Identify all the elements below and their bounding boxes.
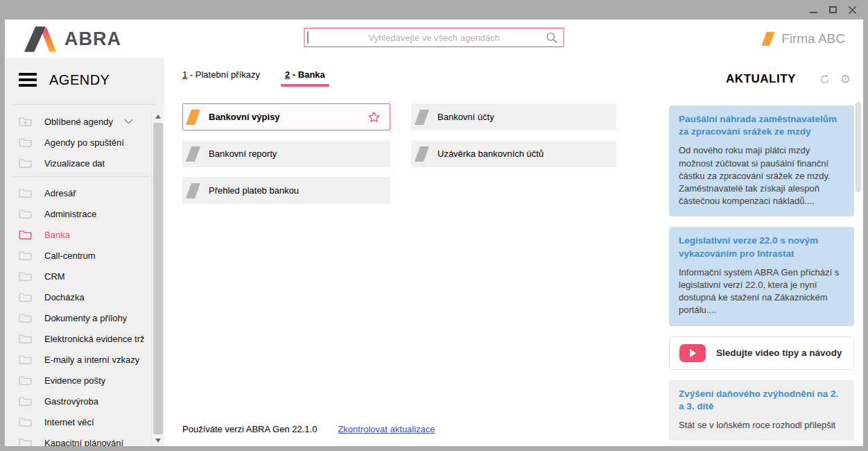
tab-active-underline xyxy=(281,84,329,87)
sidebar-item[interactable]: Docházka xyxy=(5,287,164,307)
youtube-icon xyxy=(679,344,706,362)
sidebar-item-label: Vizualizace dat xyxy=(44,158,105,169)
news-card[interactable]: Paušální náhrada zaměstnavatelům za zpra… xyxy=(669,105,854,216)
sidebar-item[interactable]: Internet věcí xyxy=(5,411,164,432)
sidebar-item-label: Kapacitní plánování xyxy=(44,438,123,447)
app-header: ABRA Firma ABC xyxy=(5,19,863,58)
chevron-down-icon[interactable] xyxy=(124,119,133,124)
tile-label: Bankovní výpisy xyxy=(209,112,280,122)
agenda-tile[interactable]: Přehled plateb bankou xyxy=(182,177,390,204)
minimize-button[interactable] xyxy=(807,3,819,16)
agenda-icon xyxy=(186,146,200,162)
refresh-icon xyxy=(819,74,831,85)
sidebar-item[interactable]: Agendy po spuštění xyxy=(5,132,164,153)
sidebar-item[interactable]: Banka xyxy=(5,224,164,245)
company-icon xyxy=(762,32,775,46)
agenda-tile[interactable]: Bankovní výpisy xyxy=(182,103,390,130)
scroll-up-button[interactable] xyxy=(152,111,164,122)
global-search[interactable] xyxy=(304,28,564,47)
video-tips-card[interactable]: Sledujte video tipy a návody xyxy=(679,344,842,362)
sidebar-agenda-list: Adresář Administrace xyxy=(5,177,164,446)
news-card-body: Stát se v loňském roce rozhodl přilepšit xyxy=(679,419,844,432)
window-frame: ABRA Firma ABC AGENDY xyxy=(0,0,868,451)
scroll-down-button[interactable] xyxy=(152,435,164,446)
folder-icon xyxy=(19,187,32,198)
folder-icon xyxy=(19,312,32,323)
sidebar-item[interactable]: Dokumenty a přílohy xyxy=(5,307,164,328)
titlebar[interactable] xyxy=(0,0,868,19)
arrow-up-icon xyxy=(155,114,161,119)
tile-label: Bankovní reporty xyxy=(209,148,277,159)
favorite-star-icon[interactable] xyxy=(367,110,381,124)
folder-icon xyxy=(19,208,32,219)
news-card[interactable]: Sledujte video tipy a návody xyxy=(669,337,854,370)
settings-button[interactable]: ⚙ xyxy=(840,74,851,85)
sidebar-item-label: Docházka xyxy=(44,292,85,303)
news-card-title: Zvýšení daňového zvýhodnění na 2. a 3. d… xyxy=(679,388,844,413)
sidebar-item[interactable]: Elektronická evidence trž xyxy=(5,328,164,349)
folder-icon xyxy=(19,229,32,240)
sidebar-favorites-list: Oblíbené agendy xyxy=(5,105,164,173)
agenda-icon xyxy=(415,110,429,125)
sidebar-title: AGENDY xyxy=(49,72,110,88)
agenda-tile[interactable]: Bankovní reporty xyxy=(182,140,390,167)
abra-logo-mark xyxy=(23,26,58,52)
sidebar-item-label: Banka xyxy=(44,230,70,240)
news-actions: ⚙ xyxy=(819,74,851,85)
sidebar-item-label: Gastrovýroba xyxy=(44,396,98,407)
agenda-tab[interactable]: 1 - Platební příkazy xyxy=(182,69,260,85)
video-card-label: Sledujte video tipy a návody xyxy=(716,348,842,358)
folder-icon xyxy=(19,395,32,407)
news-card[interactable]: Legislativní verze 22.0 s novým vykazová… xyxy=(669,227,854,325)
search-input[interactable] xyxy=(305,28,564,46)
sidebar-item[interactable]: Kapacitní plánování xyxy=(5,432,164,446)
news-scrollbar-thumb[interactable] xyxy=(856,102,861,192)
news-card-title: Paušální náhrada zaměstnavatelům za zpra… xyxy=(679,113,844,138)
news-title: AKTUALITY xyxy=(726,72,796,90)
sidebar-item-label: Elektronická evidence trž xyxy=(44,334,145,344)
menu-icon[interactable] xyxy=(19,73,37,87)
folder-icon xyxy=(19,116,32,127)
check-updates-link[interactable]: Zkontrolovat aktualizace xyxy=(338,424,435,434)
maximize-icon xyxy=(829,6,837,13)
sidebar-item[interactable]: E-maily a interní vzkazy xyxy=(5,349,164,370)
sidebar-item[interactable]: Adresář xyxy=(5,182,164,203)
company-selector[interactable]: Firma ABC xyxy=(764,31,845,46)
folder-icon xyxy=(19,271,32,282)
search-icon[interactable] xyxy=(546,32,558,44)
sidebar-item[interactable]: CRM xyxy=(5,266,164,287)
sidebar-item[interactable]: Administrace xyxy=(5,203,164,224)
news-card-body: Od nového roku mají plátci mzdy možnost … xyxy=(679,144,844,207)
tile-label: Bankovní účty xyxy=(437,112,494,122)
news-card[interactable]: Zvýšení daňového zvýhodnění na 2. a 3. d… xyxy=(669,380,854,441)
sidebar-item[interactable]: Vizualizace dat xyxy=(5,153,164,173)
app-window: ABRA Firma ABC AGENDY xyxy=(5,19,863,446)
sidebar-item-label: E-maily a interní vzkazy xyxy=(44,355,139,365)
sidebar-item[interactable]: Call-centrum xyxy=(5,245,164,266)
sidebar-item[interactable]: Gastrovýroba xyxy=(5,391,164,411)
news-header: AKTUALITY ⚙ xyxy=(659,58,863,90)
sidebar-item-label: CRM xyxy=(44,271,65,282)
close-button[interactable] xyxy=(846,3,858,16)
sidebar-item[interactable]: Evidence pošty xyxy=(5,370,164,391)
sidebar-item[interactable]: Oblíbené agendy xyxy=(5,111,164,132)
sidebar-scrollbar[interactable] xyxy=(151,111,164,446)
gear-icon: ⚙ xyxy=(840,74,851,85)
main-panel: 1 - Platební příkazy 2 - Banka xyxy=(164,58,659,446)
abra-logo-text: ABRA xyxy=(64,28,121,50)
agenda-tab[interactable]: 2 - Banka xyxy=(285,69,325,85)
maximize-button[interactable] xyxy=(826,3,839,16)
close-icon xyxy=(848,6,857,15)
sidebar-item-label: Evidence pošty xyxy=(44,375,105,386)
tile-label: Přehled plateb bankou xyxy=(209,185,299,196)
plus-icon xyxy=(24,121,27,125)
agenda-tile[interactable]: Uzávěrka bankovních účtů xyxy=(411,140,616,167)
version-footer: Používáte verzi ABRA Gen 22.1.0 Zkontrol… xyxy=(182,424,435,434)
sidebar-item-label: Agendy po spuštění xyxy=(44,137,124,148)
window-controls xyxy=(807,3,868,16)
scrollbar-thumb[interactable] xyxy=(153,123,163,434)
refresh-button[interactable] xyxy=(819,74,831,85)
agenda-tile[interactable]: Bankovní účty xyxy=(411,103,616,130)
sidebar-header: AGENDY xyxy=(5,58,164,101)
arrow-down-icon xyxy=(155,439,161,443)
